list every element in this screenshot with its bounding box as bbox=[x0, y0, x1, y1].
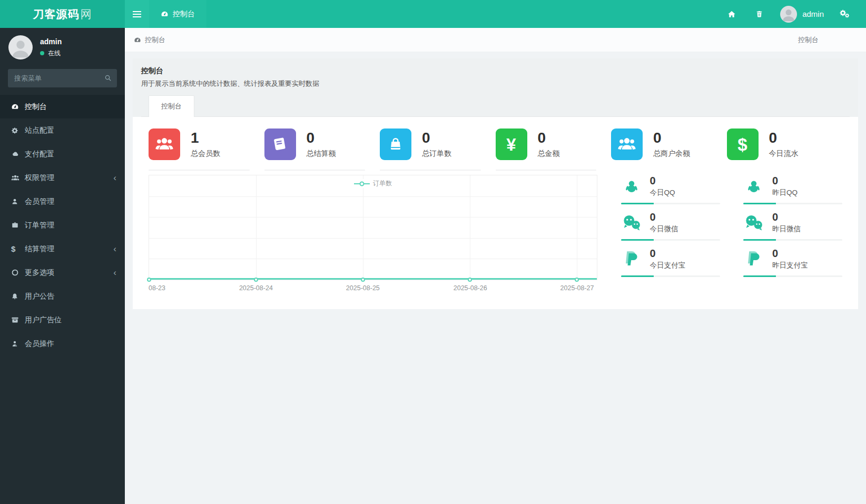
wechat-icon bbox=[621, 214, 642, 231]
page-description: 用于展示当前系统中的统计数据、统计报表及重要实时数据 bbox=[141, 79, 850, 88]
user-menu[interactable]: admin bbox=[775, 6, 829, 23]
mini-stat-label: 昨日微信 bbox=[772, 224, 801, 234]
avatar bbox=[8, 35, 33, 60]
sidebar-item-label: 支付配置 bbox=[25, 150, 116, 159]
channel-stats-today: 0 今日QQ bbox=[621, 175, 720, 294]
mini-stat-today-wechat: 0 今日微信 bbox=[621, 211, 720, 241]
sidebar-item-label: 结算管理 bbox=[25, 244, 113, 254]
chart-line bbox=[149, 278, 597, 280]
sidebar-item-payment-config[interactable]: 支付配置 bbox=[0, 142, 125, 166]
username: admin bbox=[802, 9, 824, 18]
data-point[interactable] bbox=[254, 278, 258, 282]
brand-logo-suffix: 网 bbox=[81, 7, 92, 22]
stat-label: 总金额 bbox=[538, 149, 560, 159]
sidebar-item-label: 会员管理 bbox=[25, 197, 116, 206]
brand-logo[interactable]: 刀客源码 网 bbox=[0, 0, 125, 28]
chevron-left-icon: ‹ bbox=[113, 173, 116, 182]
sidebar-item-settlement[interactable]: $ 结算管理 ‹ bbox=[0, 237, 125, 261]
breadcrumb-left: 控制台 bbox=[134, 35, 165, 45]
sidebar-search bbox=[8, 69, 117, 87]
users-group-icon bbox=[149, 129, 180, 160]
sidebar-item-orders[interactable]: 订单管理 bbox=[0, 213, 125, 237]
chart-and-channels: 订单数 2025-08-23 2025-08-24 2 bbox=[149, 175, 842, 294]
gridline bbox=[363, 175, 363, 280]
breadcrumb-current: 控制台 bbox=[145, 35, 165, 45]
mini-stat-yesterday-alipay: 0 昨日支付宝 bbox=[743, 248, 842, 277]
mini-stat-label: 昨日QQ bbox=[772, 188, 798, 197]
sidebar-item-label: 站点配置 bbox=[25, 126, 116, 135]
stat-value: 0 bbox=[653, 130, 690, 146]
data-point[interactable] bbox=[361, 278, 365, 282]
data-point[interactable] bbox=[468, 278, 472, 282]
data-point[interactable] bbox=[147, 278, 151, 282]
panel-header: 控制台 用于展示当前系统中的统计数据、统计报表及重要实时数据 控制台 bbox=[133, 58, 858, 117]
dashboard-panel: 控制台 用于展示当前系统中的统计数据、统计报表及重要实时数据 控制台 bbox=[133, 58, 858, 309]
x-axis-label: 2025-08-27 bbox=[560, 284, 594, 292]
sidebar-item-announcements[interactable]: 用户公告 bbox=[0, 284, 125, 308]
x-axis-label: 2025-08-25 bbox=[346, 284, 380, 292]
paypal-icon bbox=[743, 250, 764, 268]
bell-icon bbox=[11, 293, 25, 300]
hamburger-icon bbox=[133, 14, 141, 15]
search-icon[interactable] bbox=[104, 74, 112, 82]
sidebar-item-permissions[interactable]: 权限管理 ‹ bbox=[0, 166, 125, 190]
mini-stat-yesterday-wechat: 0 昨日微信 bbox=[743, 211, 842, 241]
mini-stat-label: 今日微信 bbox=[650, 224, 678, 234]
mini-stat-value: 0 bbox=[650, 211, 678, 223]
mini-stat-value: 0 bbox=[772, 248, 808, 259]
qq-icon bbox=[621, 176, 642, 196]
user-status-label: 在线 bbox=[48, 49, 61, 58]
sidebar-item-label: 更多选项 bbox=[25, 268, 113, 278]
yen-icon: ¥ bbox=[496, 129, 527, 160]
tab-strip: 控制台 bbox=[141, 95, 850, 117]
tachometer-icon bbox=[161, 10, 169, 18]
mini-stat-value: 0 bbox=[650, 175, 675, 186]
home-button[interactable] bbox=[720, 0, 743, 28]
dollar-icon: $ bbox=[11, 244, 25, 253]
stat-card-today-flow: $ 0 今日流水 bbox=[727, 129, 843, 171]
user-icon bbox=[11, 198, 25, 205]
sidebar-item-site-config[interactable]: 站点配置 bbox=[0, 118, 125, 142]
data-point[interactable] bbox=[575, 278, 579, 282]
chart-legend[interactable]: 订单数 bbox=[352, 179, 394, 188]
search-input[interactable] bbox=[8, 69, 117, 87]
x-axis-label: 2025-08-24 bbox=[239, 284, 273, 292]
sidebar-item-member-actions[interactable]: 会员操作 bbox=[0, 332, 125, 355]
navbar-spacer bbox=[206, 0, 720, 28]
stat-label: 总订单数 bbox=[422, 149, 451, 159]
sidebar-item-more-options[interactable]: 更多选项 ‹ bbox=[0, 261, 125, 284]
legend-label: 订单数 bbox=[373, 179, 392, 188]
sidebar-username: admin bbox=[40, 37, 62, 46]
stat-label: 总结算额 bbox=[307, 149, 336, 159]
progress-bar bbox=[743, 203, 842, 204]
panel-body: 1 总会员数 0 总结算额 bbox=[133, 117, 858, 309]
brand-logo-main: 刀客源码 bbox=[33, 7, 80, 22]
stat-card-total-settlement: 0 总结算额 bbox=[264, 129, 380, 171]
wechat-icon bbox=[743, 214, 764, 231]
progress-bar bbox=[743, 239, 842, 241]
archive-icon bbox=[11, 316, 25, 324]
stat-value: 0 bbox=[422, 130, 451, 146]
gridline bbox=[149, 217, 597, 218]
progress-bar bbox=[621, 203, 720, 204]
trash-button[interactable] bbox=[747, 0, 771, 28]
sidebar-item-label: 会员操作 bbox=[25, 339, 116, 349]
navbar-tab-dashboard[interactable]: 控制台 bbox=[149, 0, 206, 28]
channel-stats-yesterday: 0 昨日QQ bbox=[743, 175, 842, 294]
mini-stat-value: 0 bbox=[772, 211, 801, 223]
sidebar-user-panel: admin 在线 bbox=[0, 28, 125, 66]
sidebar-item-members[interactable]: 会员管理 bbox=[0, 190, 125, 213]
x-axis-label: 2025-08-23 bbox=[149, 284, 165, 292]
sidebar-item-label: 权限管理 bbox=[25, 173, 113, 183]
tab-dashboard[interactable]: 控制台 bbox=[149, 95, 194, 117]
users-group-icon bbox=[611, 129, 643, 160]
breadcrumb-right: 控制台 bbox=[798, 35, 819, 45]
sidebar-item-ad-slots[interactable]: 用户广告位 bbox=[0, 308, 125, 332]
sidebar-item-label: 用户广告位 bbox=[25, 315, 116, 325]
legend-marker-icon bbox=[354, 181, 370, 186]
settings-button[interactable] bbox=[833, 0, 857, 28]
chevron-left-icon: ‹ bbox=[113, 244, 116, 253]
sidebar-item-dashboard[interactable]: 控制台 bbox=[0, 95, 125, 118]
sidebar-toggle-button[interactable] bbox=[125, 0, 149, 28]
gridline bbox=[470, 175, 470, 280]
